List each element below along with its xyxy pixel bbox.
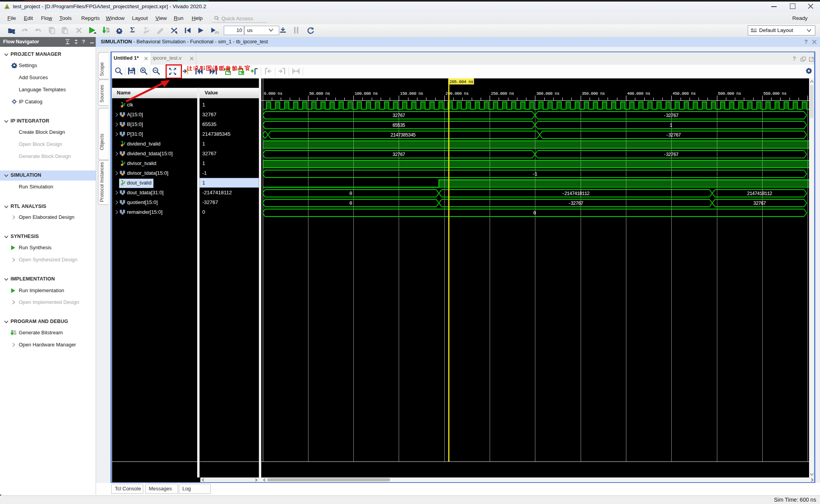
svg-text:1: 1 xyxy=(670,123,672,128)
svg-text:500.000 ns: 500.000 ns xyxy=(718,91,741,96)
svg-text:450.000 ns: 450.000 ns xyxy=(672,91,695,96)
svg-text:0.000 ns: 0.000 ns xyxy=(264,91,282,96)
svg-text:300.000 ns: 300.000 ns xyxy=(536,91,559,96)
svg-text:2147385345: 2147385345 xyxy=(390,133,416,138)
svg-text:350.000 ns: 350.000 ns xyxy=(582,91,605,96)
svg-text:(T): (T) xyxy=(215,31,219,34)
svg-text:-32767: -32767 xyxy=(663,152,679,158)
svg-text:550.000 ns: 550.000 ns xyxy=(763,91,786,96)
svg-text:32767: 32767 xyxy=(392,152,405,158)
svg-text:205.004 ns: 205.004 ns xyxy=(449,80,473,84)
svg-text:-32767: -32767 xyxy=(663,113,679,119)
svg-text:150.000 ns: 150.000 ns xyxy=(400,91,423,96)
svg-text:10: 10 xyxy=(106,30,109,33)
svg-text:0: 0 xyxy=(349,201,352,206)
svg-text:400.000 ns: 400.000 ns xyxy=(627,91,650,96)
svg-text:-1: -1 xyxy=(532,172,537,177)
svg-text:100.000 ns: 100.000 ns xyxy=(355,91,378,96)
svg-text:0: 0 xyxy=(533,211,536,216)
svg-text:-2147418112: -2147418112 xyxy=(562,191,590,197)
svg-text:250.000 ns: 250.000 ns xyxy=(491,91,514,96)
svg-text:65535: 65535 xyxy=(392,123,405,128)
svg-text:0: 0 xyxy=(349,191,352,197)
svg-text:-32767: -32767 xyxy=(568,201,583,206)
svg-text:10: 10 xyxy=(13,333,16,335)
svg-text:2147418112: 2147418112 xyxy=(747,191,772,197)
svg-text:32767: 32767 xyxy=(392,113,405,119)
svg-text:-32767: -32767 xyxy=(666,133,681,138)
svg-text:32767: 32767 xyxy=(753,201,766,206)
svg-text:50.000 ns: 50.000 ns xyxy=(309,91,330,96)
